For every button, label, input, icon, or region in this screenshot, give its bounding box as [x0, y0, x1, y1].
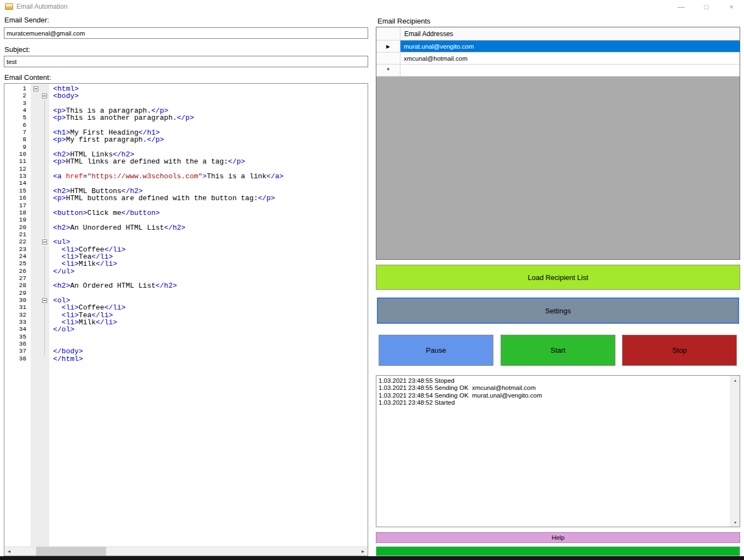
code-line: 4<p>This is a paragraph.</p>: [4, 107, 368, 114]
help-button[interactable]: Help: [376, 532, 740, 543]
fold-cell: [31, 151, 49, 158]
email-address-cell[interactable]: [400, 65, 740, 77]
code-text: <p>My first paragraph.</p>: [49, 136, 368, 143]
email-address-cell[interactable]: xmcunal@hotmail.com: [400, 52, 740, 65]
code-lines: 1<html>2<body>34<p>This is a paragraph.<…: [4, 85, 368, 546]
code-line: 27: [4, 275, 368, 282]
code-line: 12: [4, 166, 368, 173]
code-line: 11<p>HTML links are defined with the a t…: [4, 158, 368, 165]
scroll-right-arrow[interactable]: ►: [358, 547, 368, 556]
window-title: Email Automation: [16, 3, 67, 10]
line-number: 22: [4, 238, 31, 246]
log-lines: 1.03.2021 23:48:55 Stoped1.03.2021 23:48…: [379, 377, 729, 525]
line-number: 4: [4, 107, 31, 114]
line-number: 35: [4, 334, 31, 341]
code-text: [49, 122, 368, 129]
row-selector[interactable]: [376, 52, 400, 65]
code-text: </body>: [49, 348, 368, 355]
email-content-editor[interactable]: 1<html>2<body>34<p>This is a paragraph.<…: [4, 83, 368, 556]
line-number: 3: [4, 100, 31, 107]
maximize-button[interactable]: □: [694, 0, 719, 13]
fold-cell: [31, 268, 49, 275]
sender-label: Email Sender:: [4, 16, 49, 24]
fold-cell: [31, 275, 49, 282]
close-button[interactable]: ×: [719, 0, 744, 13]
status-log[interactable]: 1.03.2021 23:48:55 Stoped1.03.2021 23:48…: [376, 375, 740, 527]
fold-cell: [31, 224, 49, 231]
editor-horizontal-scrollbar[interactable]: ◄ ►: [4, 546, 368, 556]
email-addresses-column-header[interactable]: Email Addresses: [400, 27, 740, 40]
scroll-left-arrow[interactable]: ◄: [4, 547, 14, 556]
code-line: 34</ol>: [4, 326, 368, 333]
line-number: 37: [4, 348, 31, 355]
line-number: 34: [4, 326, 31, 333]
app-icon: [5, 3, 13, 10]
window-controls: — □ ×: [669, 0, 744, 13]
minimize-button[interactable]: —: [669, 0, 694, 13]
fold-collapse-icon[interactable]: [42, 240, 47, 244]
code-line: 1<html>: [4, 85, 368, 92]
progress-bar: [376, 546, 740, 556]
line-number: 33: [4, 319, 31, 326]
line-number: 17: [4, 202, 31, 209]
line-number: 13: [4, 173, 31, 180]
code-text: [49, 275, 368, 282]
subject-input[interactable]: [4, 56, 368, 67]
grid-corner-cell: [376, 27, 400, 40]
fold-cell: [31, 231, 49, 238]
stop-button[interactable]: Stop: [622, 335, 737, 366]
code-text: <li>Coffee</li>: [49, 304, 368, 311]
code-text: </ul>: [49, 268, 368, 275]
start-button[interactable]: Start: [501, 335, 615, 366]
code-text: <h2>An Unordered HTML List</h2>: [49, 224, 368, 231]
code-text: [49, 334, 368, 341]
code-line: 6: [4, 122, 368, 129]
log-entry: 1.03.2021 23:48:52 Started: [379, 399, 729, 406]
code-text: <html>: [49, 85, 368, 92]
code-line: 14: [4, 180, 368, 187]
fold-cell: [31, 114, 49, 121]
fold-cell: [31, 304, 49, 311]
load-recipient-list-button[interactable]: Load Recipient List: [376, 265, 740, 290]
scroll-down-arrow[interactable]: ▼: [731, 518, 740, 527]
log-entry: 1.03.2021 23:48:54 Sending OK murat.unal…: [379, 392, 729, 399]
row-selector[interactable]: ▶: [376, 40, 400, 52]
pause-button[interactable]: Pause: [379, 335, 493, 366]
fold-collapse-icon[interactable]: [42, 298, 47, 303]
code-text: <ol>: [49, 297, 368, 304]
taskbar-edge: [0, 556, 744, 560]
fold-collapse-icon[interactable]: [33, 86, 38, 91]
code-text: <p>HTML buttons are defined with the but…: [49, 195, 368, 202]
sender-input[interactable]: [4, 27, 368, 39]
code-text: [49, 180, 368, 187]
code-text: <li>Tea</li>: [49, 253, 368, 260]
line-number: 12: [4, 166, 31, 173]
recipient-row[interactable]: *: [376, 65, 740, 77]
fold-cell: [31, 355, 49, 363]
recipients-label: Email Recipients: [377, 17, 431, 25]
new-row-marker[interactable]: *: [376, 65, 400, 77]
progress-fill: [376, 547, 740, 556]
fold-cell: [31, 326, 49, 333]
scroll-up-arrow[interactable]: ▲: [731, 376, 740, 384]
log-scrollbar[interactable]: ▲ ▼: [730, 376, 740, 527]
grid-header-row: Email Addresses: [376, 27, 740, 40]
recipient-row[interactable]: ▶murat.unal@vengito.com: [376, 40, 740, 52]
line-number: 32: [4, 312, 31, 319]
code-line: 5<p>This is another paragraph.</p>: [4, 114, 368, 121]
line-number: 23: [4, 246, 31, 253]
recipients-grid: Email Addresses ▶murat.unal@vengito.comx…: [376, 27, 740, 260]
line-number: 15: [4, 188, 31, 195]
code-text: [49, 231, 368, 238]
email-address-cell[interactable]: murat.unal@vengito.com: [400, 40, 740, 52]
line-number: 21: [4, 231, 31, 238]
code-text: </html>: [49, 355, 368, 363]
settings-button[interactable]: Settings: [377, 298, 739, 324]
line-number: 29: [4, 290, 31, 297]
scroll-thumb[interactable]: [36, 547, 106, 556]
fold-collapse-icon[interactable]: [42, 94, 47, 98]
fold-cell: [31, 238, 49, 246]
recipient-row[interactable]: xmcunal@hotmail.com: [376, 52, 740, 65]
fold-cell: [31, 122, 49, 129]
line-number: 16: [4, 195, 31, 202]
